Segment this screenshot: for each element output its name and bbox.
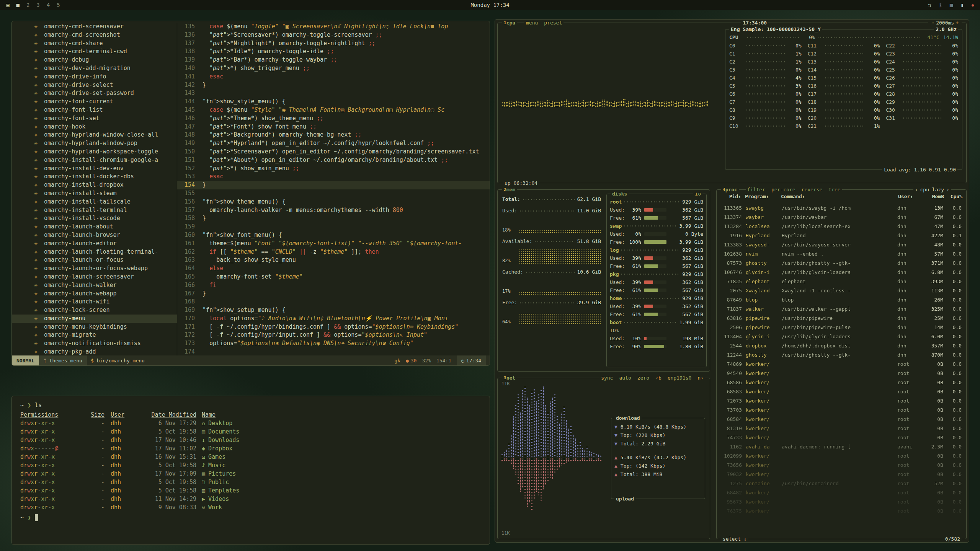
refresh-minus-button[interactable]: - xyxy=(931,20,934,26)
file-row[interactable]: drwx------@-dhh17 Nov 11:02◆Dropbox xyxy=(20,444,481,453)
proc-header-cell[interactable]: Pid: xyxy=(720,194,745,199)
file-tree-item[interactable]: ✳omarchy-migrate xyxy=(12,331,177,339)
proc-box-title[interactable]: 4proc xyxy=(721,186,739,193)
file-tree-item[interactable]: ✳omarchy-notification-dismiss xyxy=(12,339,177,348)
code-line[interactable]: 136 "pat">*Screensaver*) omarchy-toggle-… xyxy=(177,31,490,39)
file-tree-item[interactable]: ✳omarchy-cmd-terminal-cwd xyxy=(12,47,177,56)
next-interface-button[interactable]: n› xyxy=(697,375,704,381)
sort-next-icon[interactable]: › xyxy=(946,186,949,193)
file-tree-item[interactable]: ✳omarchy-hyprland-window-close-all xyxy=(12,131,177,139)
filter-button[interactable]: filter xyxy=(747,186,765,193)
refresh-plus-button[interactable]: + xyxy=(956,20,959,26)
zero-button[interactable]: zero xyxy=(637,375,649,381)
file-tree-item[interactable]: ✳omarchy-launch-editor xyxy=(12,240,177,248)
launcher-icon[interactable]: ▣ xyxy=(6,2,9,8)
file-row[interactable]: drwxr-xr-x-dhh5 Oct 19:58▥Templates xyxy=(20,486,481,495)
file-row[interactable]: drwxr-xr-x-dhh5 Oct 19:58▤Documents xyxy=(20,427,481,436)
screencast-icon[interactable]: ⇆ xyxy=(928,2,931,8)
code-line[interactable]: 156"fn">show_theme_menu() { xyxy=(177,198,490,206)
code-line[interactable]: 147 "pat">*Font*) show_font_menu ;; xyxy=(177,123,490,131)
process-row[interactable]: 74733kworker/root0B0.0 xyxy=(717,433,965,442)
net-box-title[interactable]: 3net xyxy=(502,375,517,381)
process-row[interactable]: 81310kworker/root0B0.0 xyxy=(717,424,965,433)
file-tree-item[interactable]: ✳omarchy-launch-webapp xyxy=(12,290,177,298)
process-row[interactable]: 113404glycin-i/usr/lib/glycin-loadersdhh… xyxy=(717,332,965,341)
file-row[interactable]: drwxr-xr-x-dhh5 Oct 19:58☖Public xyxy=(20,478,481,486)
file-tree-item[interactable]: ✳omarchy-launch-browser xyxy=(12,231,177,240)
per-core-button[interactable]: per-core xyxy=(771,186,795,193)
code-line[interactable]: 141 esac xyxy=(177,73,490,81)
workspace-1[interactable]: ■ xyxy=(16,2,19,8)
process-row[interactable]: 63816pipewire/usr/bin/pipewiredhh25M0.0 xyxy=(717,314,965,323)
file-tree-item[interactable]: ✳omarchy-launch-or-focus xyxy=(12,256,177,264)
file-tree-item[interactable]: ✳omarchy-debug xyxy=(12,56,177,64)
file-tree-item[interactable]: ✳omarchy-launch-about xyxy=(12,223,177,231)
process-row[interactable]: 102638nvimnvim --embed .dhh57M0.0 xyxy=(717,249,965,259)
file-row[interactable]: drwxr-xr-x-dhh5 Oct 19:58♪Music xyxy=(20,461,481,469)
process-row[interactable]: 2075XwaylandXwayland :1 -rootless -dhh11… xyxy=(717,286,965,295)
process-row[interactable]: 2544dropbox/home/dhh/.dropbox-distdhh357… xyxy=(717,341,965,350)
menu-button[interactable]: menu xyxy=(526,20,538,26)
terminal-window[interactable]: ~ ❯ ls Permissions Size User Date Modifi… xyxy=(11,396,490,545)
process-row[interactable]: 72073kworker/root0B0.0 xyxy=(717,396,965,406)
process-row[interactable]: 76375kworker/root0B0.0 xyxy=(717,507,965,516)
process-row[interactable]: 74869kworker/root0B0.0 xyxy=(717,360,965,369)
workspace-2[interactable]: 2 xyxy=(26,2,29,8)
process-row[interactable]: 1275containe/usr/bin/containerdroot52M0.… xyxy=(717,479,965,488)
code-line[interactable]: 144"fn">show_style_menu() { xyxy=(177,98,490,106)
file-tree-item[interactable]: ✳omarchy-install-dev-env xyxy=(12,165,177,173)
process-row[interactable]: 102099kworker/root0B0.0 xyxy=(717,452,965,461)
file-tree-item[interactable]: ✳omarchy-drive-set-password xyxy=(12,89,177,98)
code-line[interactable]: 160"fn">show_font_menu() { xyxy=(177,231,490,240)
file-tree-item[interactable]: ✳omarchy-launch-wifi xyxy=(12,298,177,306)
alert-dot-icon[interactable]: ● xyxy=(972,3,974,7)
process-row[interactable]: 1162avahi-daavahi-daemon: running [avahi… xyxy=(717,442,965,452)
workspace-3[interactable]: 3 xyxy=(36,2,39,8)
code-line[interactable]: 140 "pat">*) show_trigger_menu ;; xyxy=(177,64,490,73)
file-tree-item[interactable]: ✳omarchy-dev-add-migration xyxy=(12,64,177,73)
battery-icon[interactable]: ▮ xyxy=(961,2,964,8)
code-line[interactable]: 152 "pat">*) show_main_menu ;; xyxy=(177,165,490,173)
code-line[interactable]: 174 xyxy=(177,348,490,355)
workspace-5[interactable]: 5 xyxy=(57,2,60,8)
file-tree-item[interactable]: ✳omarchy-pkg-add xyxy=(12,348,177,355)
file-tree-item[interactable]: ✳omarchy-drive-info xyxy=(12,73,177,81)
proc-header-cell[interactable]: Command: xyxy=(781,194,898,199)
bluetooth-icon[interactable]: ᛒ xyxy=(939,2,942,8)
file-tree[interactable]: ✳omarchy-cmd-screensaver✳omarchy-cmd-scr… xyxy=(12,23,177,355)
file-tree-item[interactable]: ✳omarchy-font-current xyxy=(12,98,177,106)
stats-icon[interactable]: ▥ xyxy=(950,2,953,8)
code-line[interactable]: 164 else xyxy=(177,264,490,273)
file-row[interactable]: drwxr-xr-x-dhh11 Nov 14:29▶Videos xyxy=(20,495,481,503)
code-line[interactable]: 163 back_to show_style_menu xyxy=(177,256,490,264)
prev-interface-button[interactable]: ‹b xyxy=(655,375,662,381)
file-row[interactable]: drwxr-xr-x-dhh17 Nov 10:46↓Downloads xyxy=(20,436,481,444)
process-row[interactable]: 73656kworker/root0B0.0 xyxy=(717,461,965,470)
process-row[interactable]: 94540kworker/root0B0.0 xyxy=(717,369,965,378)
proc-header-cell[interactable]: Program: xyxy=(745,194,781,199)
file-tree-item[interactable]: ✳omarchy-cmd-screenshot xyxy=(12,31,177,39)
file-tree-item[interactable]: ✳omarchy-lock-screen xyxy=(12,306,177,315)
reverse-button[interactable]: reverse xyxy=(802,186,823,193)
file-tree-item[interactable]: ✳omarchy-hyprland-workspace-toggle xyxy=(12,148,177,156)
code-line[interactable]: 157 omarchy-launch-walker -m menus:omarc… xyxy=(177,206,490,215)
code-line[interactable]: 135 case $(menu "Toggle" "▣ Screensaver\… xyxy=(177,23,490,31)
cpu-box-title[interactable]: 1cpu xyxy=(502,20,517,26)
preset-button[interactable]: preset xyxy=(544,20,562,26)
code-line[interactable]: 171 [ -f ~/.config/hypr/bindings.conf ] … xyxy=(177,323,490,331)
code-line[interactable]: 166 fi xyxy=(177,281,490,290)
code-pane[interactable]: 135 case $(menu "Toggle" "▣ Screensaver\… xyxy=(177,23,490,355)
code-line[interactable]: 151 "pat">*About*) open_in_editor ~/.con… xyxy=(177,156,490,165)
process-row[interactable]: 79032kworker/root0B0.0 xyxy=(717,470,965,479)
file-tree-item[interactable]: ✳omarchy-cmd-screensaver xyxy=(12,23,177,31)
process-row[interactable]: 95673kworker/root0B0.0 xyxy=(717,497,965,507)
code-line[interactable]: 153 esac xyxy=(177,173,490,181)
code-line[interactable]: 155 xyxy=(177,189,490,198)
file-tree-item[interactable]: ✳omarchy-install-docker-dbs xyxy=(12,173,177,181)
code-line[interactable]: 143 xyxy=(177,89,490,98)
auto-button[interactable]: auto xyxy=(619,375,631,381)
code-line[interactable]: 167} xyxy=(177,290,490,298)
file-row[interactable]: drwxr-xr-x-dhh17 Nov 17:09▦Pictures xyxy=(20,469,481,478)
file-tree-item[interactable]: ✳omarchy-menu xyxy=(12,315,177,323)
proc-header-cell[interactable]: MemB xyxy=(922,194,944,199)
